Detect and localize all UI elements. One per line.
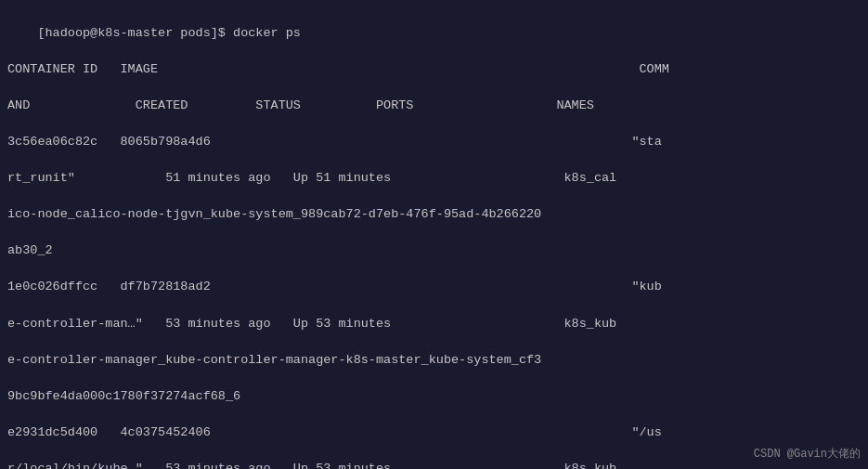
row-2-line1: e2931dc5d400 4c0375452406 "/us	[7, 425, 662, 439]
terminal-window: [hadoop@k8s-master pods]$ docker ps CONT…	[0, 0, 868, 469]
row-0-line4: ab30_2	[7, 243, 53, 257]
row-1-line4: 9bc9bfe4da000c1780f37274acf68_6	[7, 389, 240, 403]
row-2-line2: r/local/bin/kube…" 53 minutes ago Up 53 …	[7, 462, 616, 469]
row-1-line2: e-controller-man…" 53 minutes ago Up 53 …	[7, 317, 616, 331]
header-line1: CONTAINER ID IMAGE COMM	[7, 62, 669, 76]
header-line2: AND CREATED STATUS PORTS NAMES	[7, 98, 594, 112]
prompt-line: [hadoop@k8s-master pods]$ docker ps	[37, 26, 301, 40]
row-1-line3: e-controller-manager_kube-controller-man…	[7, 353, 541, 367]
watermark-text: CSDN @Gavin大佬的	[754, 446, 861, 462]
row-0-line3: ico-node_calico-node-tjgvn_kube-system_9…	[7, 207, 541, 221]
row-0-line1: 3c56ea06c82c 8065b798a4d6 "sta	[7, 135, 662, 149]
terminal-output: [hadoop@k8s-master pods]$ docker ps CONT…	[7, 6, 861, 469]
row-1-line1: 1e0c026dffcc df7b72818ad2 "kub	[7, 280, 662, 293]
row-0-line2: rt_runit" 51 minutes ago Up 51 minutes k…	[7, 171, 616, 185]
